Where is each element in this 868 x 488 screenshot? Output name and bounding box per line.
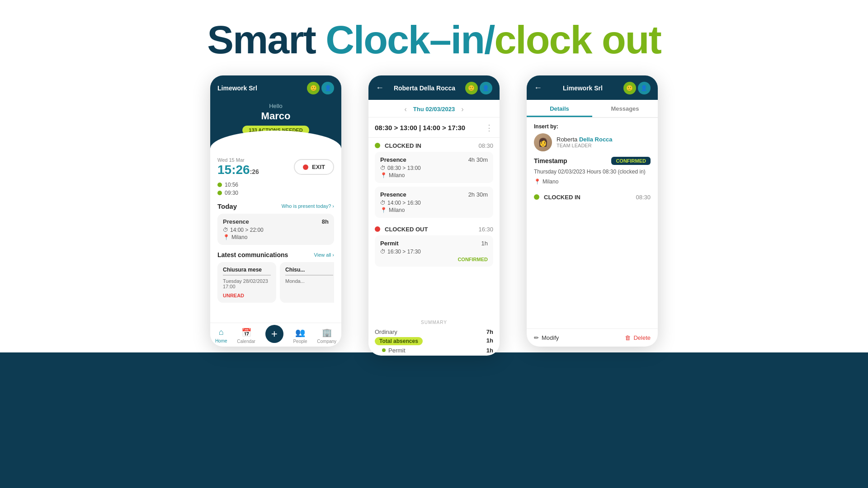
permit-confirmed-badge: CONFIRMED xyxy=(380,257,488,262)
clocked-out-dot xyxy=(375,226,380,232)
presence-hours: 8h xyxy=(322,218,329,225)
pin-icon-p2: 📍 xyxy=(380,207,387,213)
presence2-header: Presence 2h 30m xyxy=(380,191,488,198)
time-range-text: 08:30 > 13:00 | 14:00 > 17:30 xyxy=(375,124,465,131)
phone2-title: Roberta Della Rocca xyxy=(394,84,455,92)
permit-time: ⏱ 16:30 > 17:30 xyxy=(380,249,488,255)
greeting-text: Hello xyxy=(217,103,334,109)
exit-button[interactable]: EXIT xyxy=(294,159,334,175)
modify-button[interactable]: ✏ Modify xyxy=(534,334,559,341)
company-icon: 🏢 xyxy=(322,328,332,338)
dots-menu-icon[interactable]: ⋮ xyxy=(485,123,493,133)
clocked-in-time: 08:30 xyxy=(478,142,493,149)
presence2-loc: 📍 Milano xyxy=(380,207,488,213)
user-avatar: 👩 xyxy=(534,133,552,151)
phone3-back-icon[interactable]: ← xyxy=(534,83,542,93)
today-section: Today Who is present today? › Presence 8… xyxy=(217,202,334,245)
timestamp-location: 📍 Milano xyxy=(534,178,651,185)
footer-people[interactable]: 👥 People xyxy=(293,328,307,344)
tab-messages[interactable]: Messages xyxy=(592,100,658,117)
time-seconds: :26 xyxy=(250,168,259,175)
pin-icon: 📍 xyxy=(223,234,230,240)
time-entry-1: 10:56 xyxy=(217,182,334,188)
phone3-avatar-icons: 🙂 👤 xyxy=(623,82,651,94)
people-icon: 👥 xyxy=(295,328,305,338)
user-name-last: Della Rocca xyxy=(579,136,613,143)
footer-people-label: People xyxy=(293,339,307,344)
presence2-loc-val: Milano xyxy=(389,207,405,213)
date-next-icon[interactable]: › xyxy=(461,105,463,113)
timestamp-label: Timestamp xyxy=(534,157,567,164)
time-range-bar: 08:30 > 13:00 | 14:00 > 17:30 ⋮ xyxy=(368,117,500,138)
comm1-date: Tuesday 28/02/2023 17:00 xyxy=(223,278,271,289)
phone3-clocked-in-row: CLOCKED IN 08:30 xyxy=(534,189,651,205)
permit-card: Permit 1h ⏱ 16:30 > 17:30 CONFIRMED xyxy=(375,235,493,267)
who-present-link[interactable]: Who is present today? › xyxy=(282,203,334,209)
pin-icon-p1: 📍 xyxy=(380,172,387,178)
phone3-avatar1: 🙂 xyxy=(623,82,636,94)
user-role: TEAM LEADER xyxy=(557,143,613,148)
phone3-tabs: Details Messages xyxy=(527,100,658,118)
phone3-company: Limework Srl xyxy=(563,84,603,92)
permit-row-hours: 1h xyxy=(486,347,493,354)
absences-row: Total absences 1h xyxy=(375,337,493,345)
presence2-name: Presence xyxy=(380,191,406,198)
presence1-header: Presence 4h 30m xyxy=(380,156,488,163)
phone3-footer: ✏ Modify 🗑 Delete xyxy=(527,328,658,347)
timeline: CLOCKED IN 08:30 Presence 4h 30m ⏱ 08:30… xyxy=(368,138,500,316)
presence-card-1: Presence 4h 30m ⏱ 08:30 > 13:00 📍 Milano xyxy=(375,152,493,183)
presence-location: 📍 Milano xyxy=(223,234,329,240)
permit-time-val: 16:30 > 17:30 xyxy=(387,249,421,255)
presence1-loc-val: Milano xyxy=(389,172,405,178)
permit-row-label: Permit xyxy=(388,347,406,354)
timestamp-row: Timestamp CONFIRMED xyxy=(534,157,651,165)
user-name: Marco xyxy=(217,110,334,122)
presence2-dur: 2h 30m xyxy=(468,191,488,198)
time-display: 15:26 :26 xyxy=(217,163,259,177)
title-clock-in: Clock–in/ xyxy=(326,17,494,62)
presence1-time-val: 08:30 > 13:00 xyxy=(387,165,421,171)
footer-home[interactable]: ⌂ Home xyxy=(215,328,227,344)
absences-tag: Total absences xyxy=(375,337,423,345)
red-dot-icon xyxy=(303,164,308,170)
footer-company-label: Company xyxy=(317,339,336,344)
time-entry-2: 09:30 xyxy=(217,190,334,196)
tab-details[interactable]: Details xyxy=(527,100,592,117)
delete-button[interactable]: 🗑 Delete xyxy=(625,334,651,341)
clocked-in-row: CLOCKED IN 08:30 xyxy=(375,138,493,152)
green-dot-icon-1 xyxy=(217,183,222,187)
comm-cards: Chiusura mese Tuesday 28/02/2023 17:00 U… xyxy=(217,262,334,303)
actions-badge[interactable]: 133 ACTIONS NEEDED xyxy=(242,126,309,135)
footer-company[interactable]: 🏢 Company xyxy=(317,328,336,344)
back-arrow-icon[interactable]: ← xyxy=(376,83,384,93)
ordinary-label: Ordinary xyxy=(375,328,397,335)
title-clock-out: clock out xyxy=(494,17,660,62)
phone3-avatar2: 👤 xyxy=(638,82,651,94)
home-icon: ⌂ xyxy=(219,328,224,337)
entry2-time: 09:30 xyxy=(225,190,238,196)
delete-label: Delete xyxy=(633,334,651,341)
calendar-icon: 📅 xyxy=(241,328,251,338)
ordinary-hours: 7h xyxy=(486,328,493,335)
date-prev-icon[interactable]: ‹ xyxy=(404,105,406,113)
insert-by-label: Insert by: xyxy=(534,123,651,130)
phones-row: Limework Srl 🙂 👤 Hello Marco 133 ACTIONS… xyxy=(210,75,658,356)
location-value: Milano xyxy=(542,178,558,185)
unread-badge: UNREAD xyxy=(223,293,271,298)
footer-calendar[interactable]: 📅 Calendar xyxy=(237,328,255,344)
phone2-avatar1: 🙂 xyxy=(465,82,478,94)
footer-plus-button[interactable]: + xyxy=(265,328,283,344)
presence1-time: ⏱ 08:30 > 13:00 xyxy=(380,165,488,171)
exit-label: EXIT xyxy=(312,164,325,170)
latest-comm-section: Latest communications View all › Chiusur… xyxy=(217,251,334,303)
view-all-link[interactable]: View all › xyxy=(314,252,334,258)
phone2-header: ← Roberta Della Rocca 🙂 👤 xyxy=(368,75,500,100)
presence1-name: Presence xyxy=(380,156,406,163)
date-time-row: Wed 15 Mar 15:26 :26 EXIT xyxy=(217,157,334,177)
presence-loc-value: Milano xyxy=(231,234,247,240)
time-big: 15:26 xyxy=(217,163,250,177)
comm-card-2: Chisu... Monda... xyxy=(280,262,334,303)
latest-row: Latest communications View all › xyxy=(217,251,334,258)
presence1-loc: 📍 Milano xyxy=(380,172,488,178)
clock-icon-p2: ⏱ xyxy=(380,200,386,206)
